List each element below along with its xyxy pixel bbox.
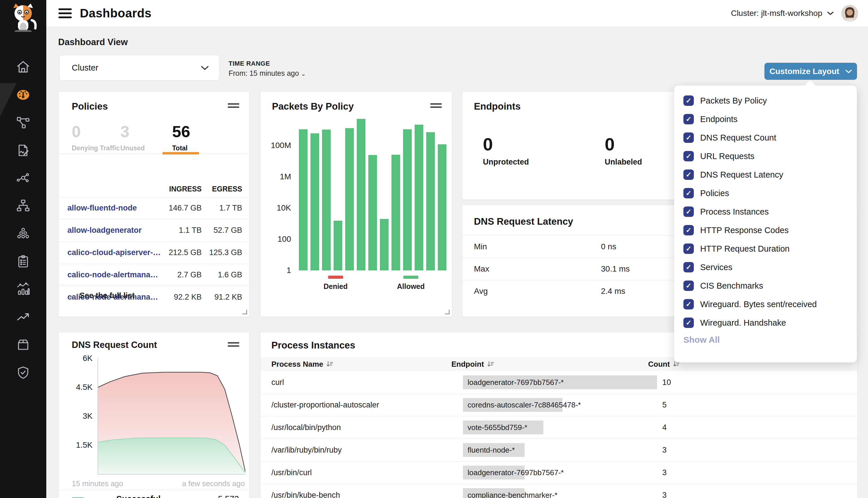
show-all-link[interactable]: Show All — [683, 335, 720, 345]
process-table-row: /var/lib/ruby/bin/ruby fluentd-node-* 3 — [260, 439, 857, 461]
bar[interactable] — [334, 221, 342, 271]
menu-toggle-button[interactable] — [59, 9, 72, 18]
sidebar-item-network-sets[interactable] — [0, 192, 46, 220]
bar[interactable] — [403, 129, 412, 271]
dns-request-count-card: DNS Request Count 6K4.5K3K1.5K 15 minute… — [58, 332, 250, 498]
latency-value: 2.4 ms — [601, 287, 625, 296]
policy-name-link[interactable]: allow-fluentd-node — [67, 204, 137, 212]
checkbox-checked-icon[interactable]: ✓ — [683, 114, 694, 124]
policies-stat[interactable]: 3Unused — [120, 123, 145, 152]
packets-bar-chart — [299, 113, 449, 271]
dropdown-item-label: Endpoints — [700, 115, 738, 124]
process-card-title: Process Instances — [271, 340, 355, 351]
sidebar-item-activity[interactable] — [0, 275, 46, 303]
card-drag-handle-icon[interactable] — [228, 342, 239, 347]
checkbox-checked-icon[interactable]: ✓ — [683, 262, 694, 272]
chevron-down-icon — [201, 66, 209, 70]
sidebar-item-dashboards[interactable] — [0, 81, 46, 109]
policy-name-link[interactable]: allow-loadgenerator — [67, 226, 142, 235]
policy-table-row: allow-fluentd-node 146.7 GB 1.7 TB — [59, 197, 249, 220]
checkbox-checked-icon[interactable]: ✓ — [683, 244, 694, 254]
policy-egress-value: 125.3 GB — [209, 248, 242, 257]
dropdown-item[interactable]: ✓ Wireguard. Bytes sent/received — [674, 295, 857, 314]
y-axis-tick: 10K — [276, 204, 291, 212]
sidebar-item-trends[interactable] — [0, 303, 46, 331]
checkbox-checked-icon[interactable]: ✓ — [683, 169, 694, 180]
policy-name-link[interactable]: calico-cloud-apiserver-… — [67, 248, 161, 257]
bar[interactable] — [426, 132, 435, 271]
bar[interactable] — [415, 124, 423, 271]
sidebar-item-endpoints[interactable] — [0, 220, 46, 248]
dropdown-item[interactable]: ✓ Endpoints — [674, 110, 857, 128]
dropdown-item[interactable]: ✓ HTTP Response Codes — [674, 221, 857, 239]
y-axis-tick: 4.5K — [76, 383, 93, 391]
card-drag-handle-icon[interactable] — [228, 103, 239, 108]
arrow-right-icon: → — [67, 292, 74, 300]
dropdown-item-label: HTTP Response Codes — [700, 226, 789, 235]
dropdown-item[interactable]: ✓ DNS Request Latency — [674, 166, 857, 184]
see-full-list-link[interactable]: →See the full list — [67, 291, 135, 300]
bar[interactable] — [299, 129, 308, 271]
card-resize-handle[interactable] — [243, 310, 247, 314]
bar[interactable] — [438, 144, 446, 271]
dashboard-page: Dashboards Cluster: jlt-msft-workshop Da… — [0, 0, 868, 498]
legend-swatch — [328, 276, 343, 279]
process-name: /usr/local/bin/python — [271, 423, 341, 432]
checkbox-checked-icon[interactable]: ✓ — [683, 188, 694, 198]
dropdown-item[interactable]: ✓ Packets By Policy — [674, 91, 857, 110]
checkbox-checked-icon[interactable]: ✓ — [683, 132, 694, 143]
policies-stat[interactable]: 0Denying Traffic — [72, 123, 120, 152]
bar[interactable] — [322, 130, 331, 271]
dropdown-item[interactable]: ✓ Process Instances — [674, 202, 857, 221]
policies-footer: →See the full list — [59, 285, 249, 307]
dropdown-item[interactable]: ✓ DNS Request Count — [674, 128, 857, 147]
endpoints-cluster-icon — [16, 227, 30, 240]
bar[interactable] — [310, 133, 319, 271]
bar[interactable] — [368, 155, 377, 271]
dropdown-item[interactable]: ✓ Services — [674, 258, 857, 276]
card-resize-handle[interactable] — [445, 310, 450, 314]
dropdown-item[interactable]: ✓ HTTP Request Duration — [674, 239, 857, 258]
checkbox-checked-icon[interactable]: ✓ — [683, 95, 694, 106]
sidebar-item-security[interactable] — [0, 358, 46, 386]
sidebar-item-home[interactable] — [0, 53, 46, 81]
dropdown-item[interactable]: ✓ URL Requests — [674, 147, 857, 166]
policies-stat[interactable]: 56Total — [172, 123, 190, 152]
latency-label: Avg — [474, 287, 488, 296]
process-table-row: /cluster-proportional-autoscaler coredns… — [260, 394, 857, 417]
dropdown-item[interactable]: ✓ Wireguard. Handshake — [674, 314, 857, 332]
checkbox-checked-icon[interactable]: ✓ — [683, 151, 694, 161]
bar[interactable] — [357, 119, 365, 271]
checkbox-checked-icon[interactable]: ✓ — [683, 299, 694, 310]
cluster-selector[interactable]: Cluster: jlt-msft-workshop — [731, 9, 834, 18]
checkbox-checked-icon[interactable]: ✓ — [683, 207, 694, 217]
dropdown-item[interactable]: ✓ CIS Benchmarks — [674, 276, 857, 295]
network-flow-icon — [16, 116, 30, 130]
bar[interactable] — [345, 128, 354, 271]
legend-item: Denied — [323, 276, 348, 291]
policies-card-title: Policies — [72, 101, 108, 112]
dashboard-view-select[interactable]: Cluster — [59, 55, 220, 81]
process-count: 3 — [662, 491, 666, 498]
sidebar-item-network-flow[interactable] — [0, 109, 46, 136]
sidebar-item-service-graph[interactable] — [0, 164, 46, 192]
checkbox-checked-icon[interactable]: ✓ — [683, 280, 694, 291]
view-select-value: Cluster — [72, 63, 99, 73]
time-range-value[interactable]: From: 15 minutes ago ⌄ — [229, 69, 306, 78]
dropdown-item[interactable]: ✓ Policies — [674, 184, 857, 202]
checkbox-checked-icon[interactable]: ✓ — [683, 317, 694, 328]
sidebar-item-policies[interactable] — [0, 136, 46, 164]
sidebar-item-compliance[interactable] — [0, 248, 46, 275]
customize-layout-button[interactable]: Customize Layout — [764, 63, 857, 80]
process-table-row: /usr/bin/curl loadgenerator-7697bb7567-*… — [260, 461, 857, 484]
bar[interactable] — [380, 219, 389, 271]
checkbox-checked-icon[interactable]: ✓ — [683, 225, 694, 235]
x-label-right: a few seconds ago — [182, 479, 245, 488]
policy-name-link[interactable]: calico-node-alertmana… — [67, 271, 158, 279]
card-drag-handle-icon[interactable] — [430, 103, 442, 108]
user-avatar[interactable] — [841, 5, 858, 22]
process-name-column-header[interactable]: Process Name — [271, 360, 451, 369]
endpoint-column-header[interactable]: Endpoint — [451, 360, 648, 369]
bar[interactable] — [391, 155, 400, 271]
sidebar-item-packages[interactable] — [0, 331, 46, 358]
